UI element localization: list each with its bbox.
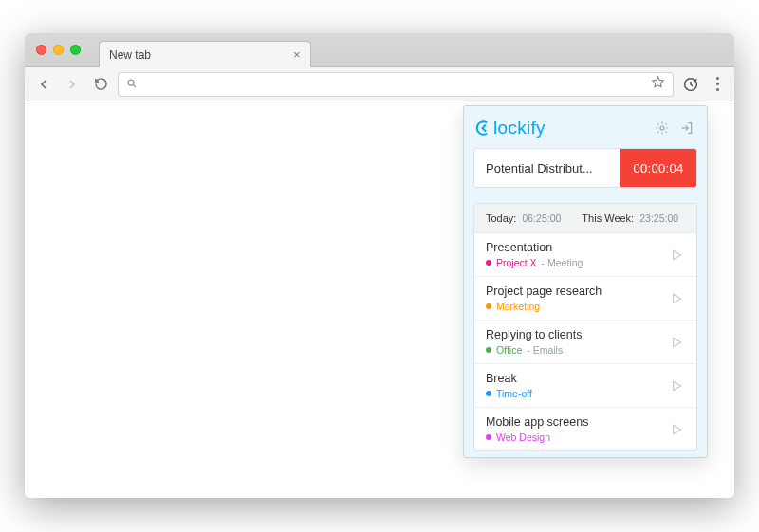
logout-icon[interactable] [678, 119, 695, 137]
week-label: This Week: [582, 212, 634, 224]
clockify-logo-icon [475, 119, 492, 137]
svg-point-2 [660, 126, 664, 130]
entry-meta: OfficeEmails [486, 344, 582, 356]
time-entry-info: Replying to clientsOfficeEmails [486, 328, 582, 356]
browser-window: New tab × [25, 33, 734, 498]
entry-title: Replying to clients [486, 328, 582, 341]
address-bar[interactable] [118, 72, 674, 97]
time-entry-info: Mobile app screensWeb Design [486, 415, 588, 443]
browser-tab[interactable]: New tab × [99, 41, 311, 67]
logo-text: lockify [493, 118, 546, 138]
active-timer: Potential Distribut... 00:00:04 [473, 148, 697, 188]
reload-button[interactable] [89, 73, 112, 96]
project-name: Time-off [496, 388, 532, 399]
time-entry-info: PresentationProject XMeeting [486, 241, 583, 268]
search-icon [126, 76, 138, 93]
task-name: Emails [527, 344, 563, 356]
project-color-dot [486, 260, 491, 266]
browser-menu-button[interactable] [708, 77, 727, 91]
entry-meta: Marketing [486, 301, 602, 312]
today-label: Today: [486, 212, 516, 224]
time-entry[interactable]: Project page researchMarketing [474, 277, 696, 321]
bookmark-star-icon[interactable] [651, 75, 665, 93]
play-icon[interactable] [668, 334, 685, 351]
settings-gear-icon[interactable] [654, 119, 671, 137]
time-entry[interactable]: Mobile app screensWeb Design [474, 408, 696, 450]
tab-title: New tab [109, 48, 151, 62]
project-name: Web Design [496, 431, 550, 443]
window-controls [36, 45, 81, 55]
entry-meta: Project XMeeting [486, 257, 583, 268]
project-color-dot [486, 434, 491, 440]
entry-title: Break [486, 372, 532, 385]
time-entry-info: Project page researchMarketing [486, 284, 602, 312]
summary-header: Today: 06:25:00 This Week: 23:25:00 [474, 204, 696, 233]
project-color-dot [486, 303, 491, 309]
titlebar: New tab × [25, 33, 734, 67]
timer-stop-button[interactable]: 00:00:04 [620, 149, 696, 187]
svg-point-0 [128, 80, 134, 85]
time-entry[interactable]: BreakTime-off [474, 364, 696, 408]
today-group: Today: 06:25:00 [486, 212, 561, 224]
play-icon[interactable] [668, 247, 685, 264]
play-icon[interactable] [668, 377, 685, 394]
entry-meta: Web Design [486, 431, 588, 443]
week-value: 23:25:00 [639, 212, 678, 224]
task-name: Meeting [542, 257, 583, 268]
play-icon[interactable] [668, 421, 685, 438]
week-group: This Week: 23:25:00 [582, 212, 678, 224]
timer-description[interactable]: Potential Distribut... [474, 149, 620, 187]
time-entry[interactable]: PresentationProject XMeeting [474, 233, 696, 277]
popup-header: lockify [473, 116, 697, 148]
time-summary: Today: 06:25:00 This Week: 23:25:00 Pres… [473, 203, 697, 451]
entry-title: Project page research [486, 284, 602, 298]
entry-title: Presentation [486, 241, 583, 254]
play-icon[interactable] [668, 290, 685, 307]
project-name: Project X [496, 257, 537, 268]
project-name: Marketing [496, 301, 540, 312]
time-entry-info: BreakTime-off [486, 372, 532, 399]
project-color-dot [486, 391, 491, 396]
forward-button[interactable] [61, 73, 83, 96]
clockify-logo: lockify [475, 118, 546, 138]
entry-title: Mobile app screens [486, 415, 588, 429]
time-entry[interactable]: Replying to clientsOfficeEmails [474, 321, 696, 364]
page-viewport: lockify Potential Distribut... 00:00:04 [25, 101, 734, 498]
browser-toolbar [25, 67, 734, 101]
project-name: Office [496, 344, 522, 356]
clockify-popup: lockify Potential Distribut... 00:00:04 [463, 105, 708, 458]
close-tab-icon[interactable]: × [293, 47, 301, 62]
minimize-window-button[interactable] [53, 45, 64, 55]
entries-list: PresentationProject XMeetingProject page… [474, 233, 696, 450]
today-value: 06:25:00 [522, 212, 561, 224]
clockify-extension-icon[interactable] [679, 73, 702, 96]
popup-header-actions [654, 119, 695, 137]
address-input[interactable] [143, 77, 645, 91]
entry-meta: Time-off [486, 388, 532, 399]
close-window-button[interactable] [36, 45, 46, 55]
back-button[interactable] [32, 73, 55, 96]
maximize-window-button[interactable] [70, 45, 81, 55]
project-color-dot [486, 347, 491, 353]
